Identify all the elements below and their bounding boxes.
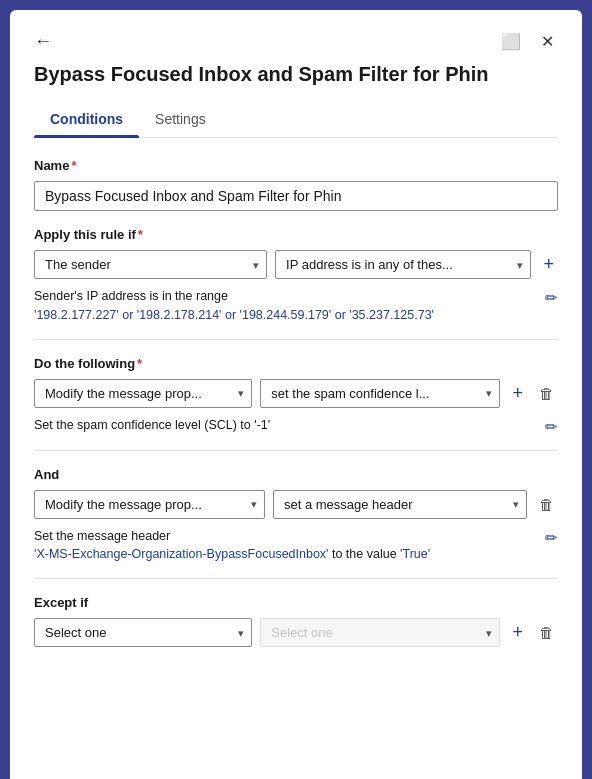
apply-rule-row: The sender The recipient Any attachment … xyxy=(34,250,558,279)
do-dropdown2[interactable]: set the spam confidence l... set the spa… xyxy=(260,379,500,408)
do-following-label: Do the following* xyxy=(34,356,558,371)
except-dropdown1[interactable]: Select one xyxy=(34,618,252,647)
except-label: Except if xyxy=(34,595,558,610)
name-input[interactable] xyxy=(34,181,558,211)
and-dropdown1[interactable]: Modify the message prop... Modify the me… xyxy=(34,490,265,519)
name-label: Name* xyxy=(34,158,558,173)
tab-conditions[interactable]: Conditions xyxy=(34,103,139,137)
and-section: And Modify the message prop... Modify th… xyxy=(34,467,558,580)
back-button[interactable]: ← xyxy=(34,30,52,53)
modal-header: ← ⬜ ✕ xyxy=(34,30,558,53)
apply-add-button[interactable]: + xyxy=(539,252,558,277)
apply-dropdown1-wrap: The sender The recipient Any attachment … xyxy=(34,250,267,279)
close-button[interactable]: ✕ xyxy=(537,30,558,53)
and-dropdown2-wrap: set a message header ▾ xyxy=(273,490,527,519)
and-label: And xyxy=(34,467,558,482)
do-dropdown1[interactable]: Modify the message prop... Modify the me… xyxy=(34,379,252,408)
apply-dropdown2[interactable]: IP address is in any of thes... Domain i… xyxy=(275,250,531,279)
apply-rule-section: Apply this rule if* The sender The recip… xyxy=(34,227,558,340)
tab-settings[interactable]: Settings xyxy=(139,103,222,137)
page-title: Bypass Focused Inbox and Spam Filter for… xyxy=(34,61,558,87)
do-add-button[interactable]: + xyxy=(508,381,527,406)
and-info-row: Set the message header 'X-MS-Exchange-Or… xyxy=(34,527,558,580)
tab-bar: Conditions Settings xyxy=(34,103,558,138)
do-following-row: Modify the message prop... Modify the me… xyxy=(34,379,558,408)
apply-rule-label: Apply this rule if* xyxy=(34,227,558,242)
apply-info-text: Sender's IP address is in the range '198… xyxy=(34,287,434,325)
name-section: Name* xyxy=(34,158,558,211)
except-section: Except if Select one ▾ Select one ▾ + 🗑 xyxy=(34,595,558,647)
do-dropdown1-wrap: Modify the message prop... Modify the me… xyxy=(34,379,252,408)
and-row: Modify the message prop... Modify the me… xyxy=(34,490,558,519)
and-dropdown1-wrap: Modify the message prop... Modify the me… xyxy=(34,490,265,519)
expand-button[interactable]: ⬜ xyxy=(497,30,525,53)
do-dropdown2-wrap: set the spam confidence l... set the spa… xyxy=(260,379,500,408)
apply-edit-button[interactable]: ✏ xyxy=(545,289,558,307)
except-dropdown1-wrap: Select one ▾ xyxy=(34,618,252,647)
and-info-text: Set the message header 'X-MS-Exchange-Or… xyxy=(34,527,430,565)
except-dropdown2-wrap: Select one ▾ xyxy=(260,618,500,647)
apply-dropdown1[interactable]: The sender The recipient Any attachment xyxy=(34,250,267,279)
and-delete-button[interactable]: 🗑 xyxy=(535,494,558,515)
do-following-section: Do the following* Modify the message pro… xyxy=(34,356,558,451)
and-edit-button[interactable]: ✏ xyxy=(545,529,558,547)
do-info-text: Set the spam confidence level (SCL) to '… xyxy=(34,416,270,435)
do-delete-button[interactable]: 🗑 xyxy=(535,383,558,404)
except-delete-button[interactable]: 🗑 xyxy=(535,622,558,643)
do-info-row: Set the spam confidence level (SCL) to '… xyxy=(34,416,558,451)
modal-container: ← ⬜ ✕ Bypass Focused Inbox and Spam Filt… xyxy=(10,10,582,779)
apply-info-row: Sender's IP address is in the range '198… xyxy=(34,287,558,340)
and-dropdown2[interactable]: set a message header xyxy=(273,490,527,519)
apply-dropdown2-wrap: IP address is in any of thes... Domain i… xyxy=(275,250,531,279)
except-add-button[interactable]: + xyxy=(508,620,527,645)
except-dropdown2[interactable]: Select one xyxy=(260,618,500,647)
except-row: Select one ▾ Select one ▾ + 🗑 xyxy=(34,618,558,647)
do-edit-button[interactable]: ✏ xyxy=(545,418,558,436)
